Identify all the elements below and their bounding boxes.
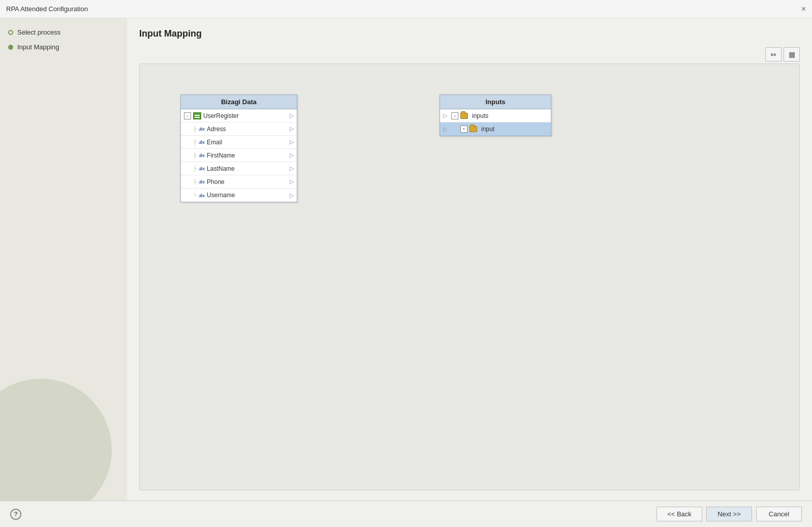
main-layout: Select process Input Mapping Input Mappi… xyxy=(0,18,812,501)
expand-icon[interactable]: − xyxy=(184,112,191,119)
sidebar-item-label-select-process: Select process xyxy=(17,28,60,36)
expand-icon[interactable]: + xyxy=(460,126,467,133)
arrow-right-icon: ▷ xyxy=(290,178,294,185)
left-arrow-icon: ▷ xyxy=(443,126,447,133)
arrow-right-icon: ▷ xyxy=(290,139,294,145)
table-row[interactable]: − UserRegister ▷ xyxy=(181,109,297,122)
nav-dot-select-process xyxy=(8,30,13,35)
row-label: LastName xyxy=(207,165,235,172)
help-button[interactable]: ? xyxy=(10,509,21,520)
arrow-right-icon: ▷ xyxy=(290,192,294,199)
table-row[interactable]: ├ abc Phone ▷ xyxy=(181,175,297,189)
row-label: UserRegister xyxy=(203,112,239,119)
table-row[interactable]: ├ abc Email ▷ xyxy=(181,136,297,149)
bizagi-data-table-header: Bizagi Data xyxy=(181,95,297,109)
nav-dot-input-mapping xyxy=(8,45,13,50)
fit-view-button[interactable]: ⇔ xyxy=(765,47,782,61)
folder-icon xyxy=(470,126,477,132)
toolbar-row: ⇔ ▦ xyxy=(139,47,800,61)
bottom-bar: ? << Back Next >> Cancel xyxy=(0,501,812,527)
left-arrow-icon: ▷ xyxy=(443,112,447,119)
row-label: FirstName xyxy=(207,152,235,159)
row-label: Email xyxy=(207,139,222,146)
arrow-right-icon: ▷ xyxy=(290,165,294,172)
table-row[interactable]: ├ abc Adress ▷ xyxy=(181,122,297,136)
arrow-right-icon: ▷ xyxy=(290,112,294,119)
cancel-button[interactable]: Cancel xyxy=(756,507,802,521)
content-area: Input Mapping ⇔ ▦ Bizagi Data − UserRegi… xyxy=(127,18,812,501)
table-row[interactable]: ▷ + input xyxy=(440,122,551,136)
row-label: Username xyxy=(207,192,235,199)
table-row[interactable]: └ abc Username ▷ xyxy=(181,189,297,202)
layout-button[interactable]: ▦ xyxy=(784,47,800,61)
mapping-canvas: Bizagi Data − UserRegister ▷ ├ abc Adres… xyxy=(139,64,800,490)
close-button[interactable]: × xyxy=(801,5,806,13)
sidebar-item-label-input-mapping: Input Mapping xyxy=(17,43,59,51)
layout-icon: ▦ xyxy=(789,50,795,58)
bottom-buttons: << Back Next >> Cancel xyxy=(657,507,802,521)
window-title: RPA Attended Configuration xyxy=(6,5,88,13)
row-label: inputs xyxy=(472,112,488,119)
arrow-right-icon: ▷ xyxy=(290,152,294,159)
table-row[interactable]: ├ abc LastName ▷ xyxy=(181,162,297,175)
bizagi-data-table: Bizagi Data − UserRegister ▷ ├ abc Adres… xyxy=(180,95,297,202)
table-row[interactable]: ├ abc FirstName ▷ xyxy=(181,149,297,162)
inputs-table-header: Inputs xyxy=(440,95,551,109)
next-button[interactable]: Next >> xyxy=(706,507,752,521)
page-title: Input Mapping xyxy=(139,28,800,39)
field-type-icon: abc xyxy=(199,126,205,132)
field-type-icon: abc xyxy=(199,166,205,171)
row-label: Adress xyxy=(207,126,226,133)
sidebar: Select process Input Mapping xyxy=(0,18,127,501)
sidebar-item-input-mapping[interactable]: Input Mapping xyxy=(8,43,119,51)
folder-icon xyxy=(460,113,468,119)
field-type-icon: abc xyxy=(199,179,205,184)
back-button[interactable]: << Back xyxy=(657,507,702,521)
title-bar: RPA Attended Configuration × xyxy=(0,0,812,18)
field-type-icon: abc xyxy=(199,193,205,198)
table-row[interactable]: ▷ − inputs xyxy=(440,109,551,122)
entity-icon xyxy=(193,112,201,119)
row-label: Phone xyxy=(207,178,225,185)
fit-icon: ⇔ xyxy=(770,50,776,58)
sidebar-item-select-process[interactable]: Select process xyxy=(8,28,119,36)
field-type-icon: abc xyxy=(199,139,205,145)
arrow-right-icon: ▷ xyxy=(290,126,294,132)
inputs-table: Inputs ▷ − inputs ▷ + input xyxy=(440,95,551,136)
field-type-icon: abc xyxy=(199,152,205,158)
row-label: input xyxy=(481,126,494,133)
expand-icon[interactable]: − xyxy=(451,112,458,119)
